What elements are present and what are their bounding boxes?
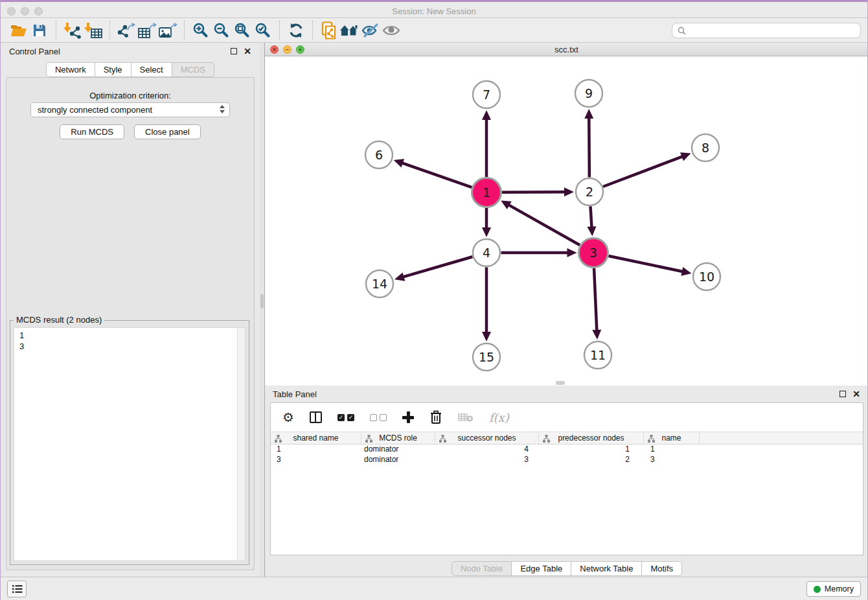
- export-table-icon[interactable]: [137, 21, 157, 40]
- edge-3-1[interactable]: [508, 204, 580, 245]
- network-title: scc.txt: [265, 45, 868, 54]
- graph-node-2[interactable]: 2: [576, 178, 603, 205]
- column-header-MCDS-role[interactable]: MCDS role: [361, 432, 435, 444]
- show-columns-icon[interactable]: [310, 411, 322, 423]
- edge-2-8[interactable]: [603, 156, 683, 187]
- column-header-name[interactable]: name: [644, 432, 700, 444]
- svg-text:11: 11: [590, 348, 606, 362]
- refresh-layout-icon[interactable]: [286, 21, 306, 40]
- column-header-shared-name[interactable]: shared name: [271, 432, 361, 444]
- edge-arrowhead-icon: [587, 226, 596, 236]
- graph-node-10[interactable]: 10: [693, 263, 720, 290]
- network-canvas[interactable]: 7968124314101511: [265, 56, 868, 386]
- graph-node-8[interactable]: 8: [692, 134, 719, 161]
- tab-node-table[interactable]: Node Table: [451, 561, 512, 576]
- svg-text:6: 6: [375, 148, 383, 162]
- delete-column-icon[interactable]: [429, 410, 442, 424]
- canvas-scrollbar-thumb[interactable]: [556, 381, 565, 385]
- panel-splitter[interactable]: [260, 43, 265, 577]
- graph-node-7[interactable]: 7: [473, 81, 500, 108]
- export-network-icon[interactable]: [116, 21, 137, 40]
- table-settings-icon[interactable]: ⚙: [282, 410, 294, 425]
- close-panel-button[interactable]: Close panel: [134, 124, 201, 139]
- edge-3-10[interactable]: [608, 256, 683, 272]
- zoom-fit-icon[interactable]: [232, 21, 253, 40]
- edge-1-6[interactable]: [401, 163, 472, 187]
- table-cell: 2: [539, 455, 644, 465]
- mcds-result-title: MCDS result (2 nodes): [14, 315, 104, 325]
- optimization-criterion-value: strongly connected component: [38, 105, 152, 115]
- select-stepper-icon: [220, 105, 225, 113]
- open-session-icon[interactable]: [8, 21, 29, 40]
- float-panel-icon[interactable]: [231, 48, 237, 54]
- graph-node-14[interactable]: 14: [366, 270, 393, 297]
- optimization-criterion-select[interactable]: strongly connected component: [30, 102, 230, 117]
- optimization-criterion-label: Optimization criterion:: [6, 91, 254, 100]
- import-network-icon[interactable]: [62, 21, 83, 40]
- hide-selected-icon[interactable]: [360, 21, 381, 40]
- export-image-icon[interactable]: [157, 21, 178, 40]
- float-table-panel-icon[interactable]: [839, 391, 846, 397]
- task-history-button[interactable]: [7, 581, 27, 597]
- titlebar: Session: New Session: [1, 0, 867, 18]
- edge-arrowhead-icon: [394, 272, 405, 281]
- first-neighbors-icon[interactable]: [339, 21, 360, 40]
- tab-select[interactable]: Select: [131, 62, 172, 77]
- result-scrollbar[interactable]: [237, 328, 245, 560]
- tab-mcds[interactable]: MCDS: [172, 62, 214, 77]
- close-table-panel-icon[interactable]: ✕: [852, 389, 860, 399]
- tab-network[interactable]: Network: [46, 62, 95, 77]
- edge-2-3[interactable]: [590, 206, 591, 228]
- memory-button[interactable]: Memory: [806, 581, 861, 597]
- toolbar-separator: [56, 21, 56, 40]
- close-panel-icon[interactable]: ✕: [244, 46, 251, 56]
- network-window-titlebar: × − + scc.txt: [265, 43, 868, 56]
- graph-node-11[interactable]: 11: [584, 341, 611, 369]
- save-session-icon[interactable]: [29, 21, 50, 40]
- tab-motifs[interactable]: Motifs: [641, 561, 682, 576]
- edge-arrowhead-icon: [681, 267, 691, 276]
- table-row[interactable]: 1dominator411: [271, 444, 863, 455]
- duplicate-network-icon[interactable]: [319, 21, 339, 40]
- graph-node-6[interactable]: 6: [365, 141, 393, 168]
- svg-text:7: 7: [483, 87, 490, 102]
- graph-node-15[interactable]: 15: [473, 343, 500, 371]
- mcds-result-list[interactable]: 13: [14, 327, 246, 561]
- zoom-selected-icon[interactable]: [253, 21, 273, 40]
- network-view-window: × − + scc.txt 7968124314101511: [265, 43, 868, 386]
- svg-text:15: 15: [479, 350, 494, 364]
- zoom-in-icon[interactable]: [190, 21, 211, 40]
- mcds-result-group: MCDS result (2 nodes) 13: [10, 320, 249, 565]
- table-cell: 3: [271, 455, 361, 465]
- table-cell: 3: [644, 455, 700, 465]
- edge-4-14[interactable]: [402, 257, 473, 277]
- import-table-icon[interactable]: [83, 21, 104, 40]
- column-header-successor-nodes[interactable]: successor nodes: [435, 432, 539, 444]
- graph-node-1[interactable]: 1: [472, 178, 501, 207]
- zoom-out-icon[interactable]: [211, 21, 232, 40]
- graph-node-4[interactable]: 4: [473, 239, 500, 266]
- graph-node-3[interactable]: 3: [579, 238, 608, 268]
- tab-style[interactable]: Style: [95, 62, 131, 77]
- table-row[interactable]: 3dominator323: [271, 455, 863, 465]
- tab-network-table[interactable]: Network Table: [571, 561, 642, 576]
- column-header-predecessor-nodes[interactable]: predecessor nodes: [539, 432, 644, 444]
- show-all-icon[interactable]: [381, 21, 402, 40]
- run-mcds-button[interactable]: Run MCDS: [60, 124, 124, 139]
- search-input[interactable]: [690, 26, 855, 35]
- svg-text:4: 4: [483, 246, 490, 260]
- select-all-rows-icon[interactable]: ✓✓: [337, 414, 354, 421]
- add-column-icon[interactable]: [402, 411, 414, 423]
- edge-1-2[interactable]: [502, 192, 566, 192]
- deselect-all-rows-icon[interactable]: [370, 414, 387, 421]
- toolbar-separator: [109, 21, 110, 40]
- graph-node-9[interactable]: 9: [575, 80, 602, 107]
- edge-2-9[interactable]: [589, 117, 589, 178]
- tab-edge-table[interactable]: Edge Table: [511, 561, 571, 576]
- memory-status-icon: [814, 586, 821, 593]
- table-toolbar: ⚙ ✓✓: [271, 403, 863, 432]
- toolbar-separator: [184, 21, 185, 40]
- edge-3-11[interactable]: [594, 268, 597, 332]
- search-field[interactable]: [672, 23, 861, 38]
- svg-text:10: 10: [699, 270, 714, 284]
